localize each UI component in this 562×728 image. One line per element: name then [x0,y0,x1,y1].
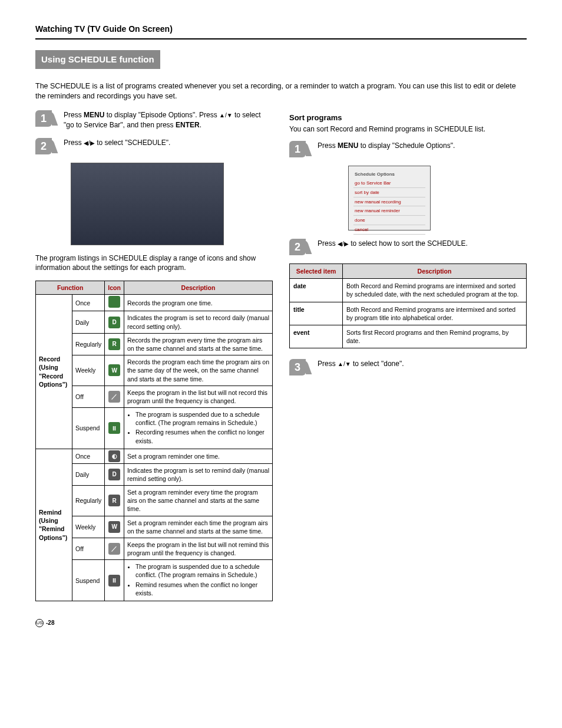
step-number-1: 1 [289,141,306,157]
cell: event [290,325,343,348]
cell: Daily [72,463,105,485]
list-item: Recording resumes when the conflict no l… [135,428,269,444]
region-badge: US [35,619,44,627]
up-down-arrows-icon: ▲/▼ [338,360,351,368]
cell: Suspend [72,408,105,449]
breadcrumb: Watching TV (TV Guide On Screen) [35,24,527,39]
menu-key: MENU [338,141,358,150]
section-intro: The SCHEDULE is a list of programs creat… [35,81,527,101]
text: to select "done". [351,360,404,368]
left-right-arrows-icon: ◀/▶ [338,240,349,248]
list-item: The program is suspended due to a schedu… [135,562,269,579]
cell: Off [72,386,105,407]
table-row: event Sorts first Record programs and th… [290,325,527,348]
remind-group-label: Remind (Using "Remind Options") [36,449,72,601]
remind-weekly-icon: W [105,516,124,538]
cell: The program is suspended due to a schedu… [124,560,272,601]
text: Press [64,139,84,147]
th-icon: Icon [105,281,124,295]
schedule-screenshot [71,163,224,245]
table-row: title Both Record and Remind programs ar… [290,302,527,325]
text: . [200,121,201,129]
sort-step-3: 3 Press ▲/▼ to select "done". [289,359,527,375]
remind-once-icon: ◐ [105,449,124,463]
cell: Both Record and Remind programs are inte… [343,302,527,325]
cell: Records the program every time the progr… [124,333,272,355]
remind-regularly-icon: R [105,486,124,516]
text: to select how to sort the SCHEDULE. [349,239,468,248]
cell: Indicates the program is set to remind d… [124,463,272,485]
step-number-3: 3 [289,359,306,375]
sort-programs-intro: You can sort Record and Remind programs … [289,124,527,134]
cell: title [290,302,343,325]
cell: Both Record and Remind programs are inte… [343,279,527,302]
cell: Indicates the program is set to record d… [124,311,272,333]
record-regularly-icon: R [105,333,124,355]
remind-off-icon: ／ [105,538,124,559]
step-2-text: Press ◀/▶ to select "SCHEDULE". [64,138,273,147]
up-down-arrows-icon: ▲/▼ [219,111,233,120]
record-once-icon [105,295,124,311]
sort-step-2: 2 Press ◀/▶ to select how to sort the SC… [289,239,527,255]
text: to select "SCHEDULE". [95,139,171,147]
th-selected-item: Selected item [290,264,343,279]
menu-title: Schedule Options [353,171,425,179]
cell: Set a program reminder each time the pro… [124,516,272,538]
table-row: date Both Record and Remind programs are… [290,279,527,302]
sort-step-1: 1 Press MENU to display "Schedule Option… [289,141,527,157]
cell: Suspend [72,560,105,601]
enter-key: ENTER [176,121,200,129]
sort-programs-heading: Sort programs [289,113,527,123]
page-footer: US -28 [35,619,527,627]
cell: Set a program reminder one time. [124,449,272,463]
cell: Keeps the program in the list but will n… [124,538,272,559]
sort-step-2-text: Press ◀/▶ to select how to sort the SCHE… [318,239,527,248]
table-row: Record (Using "Record Options") Once Rec… [36,295,273,311]
left-right-arrows-icon: ◀/▶ [84,139,95,147]
cell: Once [72,449,105,463]
menu-item: done [353,217,425,225]
menu-item: go to Service Bar [353,180,425,188]
record-off-icon: ／ [105,386,124,407]
step-number-2: 2 [35,138,52,154]
text: Press [318,360,338,368]
step-number-1: 1 [35,110,52,127]
text: Press [318,239,338,248]
table-row: Remind (Using "Remind Options") Once ◐ S… [36,449,273,463]
remind-suspend-icon: ⏸ [105,560,124,601]
sort-description-table: Selected item Description date Both Reco… [289,263,527,348]
record-daily-icon: D [105,311,124,333]
cell: Regularly [72,333,105,355]
cell: Once [72,295,105,311]
schedule-caption: The program listings in SCHEDULE display… [35,253,273,272]
list-item: The program is suspended due to a schedu… [135,410,269,427]
page-number: -28 [46,619,54,627]
cell: Records the program one time. [124,295,272,311]
menu-item: new manual reminder [353,207,425,216]
text: Press [318,141,338,150]
section-title: Using SCHEDULE function [35,50,160,69]
cell: Daily [72,311,105,333]
menu-key: MENU [84,111,104,119]
sort-step-3-text: Press ▲/▼ to select "done". [318,359,527,368]
record-weekly-icon: W [105,355,124,386]
left-column: 1 Press MENU to display "Episode Options… [35,110,273,601]
cell: Weekly [72,516,105,538]
cell: date [290,279,343,302]
right-column: Sort programs You can sort Record and Re… [289,110,527,601]
th-description: Description [343,264,527,279]
cell: Keeps the program in the list but will n… [124,386,272,407]
step-1-text: Press MENU to display "Episode Options".… [64,110,273,129]
step-2: 2 Press ◀/▶ to select "SCHEDULE". [35,138,273,154]
th-function: Function [36,281,105,295]
th-description: Description [124,281,272,295]
schedule-options-screenshot: Schedule Options go to Service Bar sort … [348,166,431,230]
cell: Records the program each time the progra… [124,355,272,386]
text: to display "Schedule Options". [358,141,455,150]
list-item: Remind resumes when the conflict no long… [135,581,269,597]
step-1: 1 Press MENU to display "Episode Options… [35,110,273,129]
record-group-label: Record (Using "Record Options") [36,295,72,449]
sort-step-1-text: Press MENU to display "Schedule Options"… [318,141,527,150]
cell: Weekly [72,355,105,386]
cell: The program is suspended due to a schedu… [124,408,272,449]
